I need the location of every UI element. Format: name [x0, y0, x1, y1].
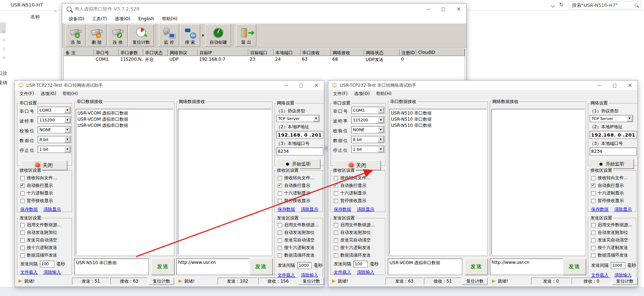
com-port-select[interactable]: COM3▼ — [38, 107, 71, 114]
clear-input-link[interactable]: 清除输入 — [357, 269, 374, 275]
checkbox-auto-newline[interactable]: ✓自动换行显示 — [331, 182, 385, 189]
checkbox-auto-newline[interactable]: ✓自动换行显示 — [588, 182, 636, 189]
network-receive-area[interactable] — [491, 109, 585, 255]
data-bits-select[interactable]: 8 bit▼ — [351, 136, 384, 143]
checkbox-send-as-hex[interactable]: ✓按十六进制发送 — [275, 244, 323, 252]
checkbox-receive-to-file[interactable]: ✓接收转向文件... — [331, 174, 385, 182]
reset-count-button[interactable]: 复位计数 — [149, 278, 174, 285]
local-ip-field[interactable]: 192.168. 0 .201 — [590, 131, 637, 139]
checkbox-send-as-hex[interactable]: ✓按十六进制发送 — [588, 244, 636, 252]
checkbox-hex-display[interactable]: ✓十六进制显示 — [275, 189, 323, 197]
column-header[interactable]: 目标端口 — [248, 49, 274, 56]
minimize-button[interactable]: — — [421, 4, 436, 14]
checkbox-send-as-hex[interactable]: ✓按十六进制发送 — [331, 244, 385, 252]
menu-tools[interactable]: 工具(T) — [89, 15, 110, 23]
table-row[interactable]: COM1 115200,N,8,1 开启 UDP 192.168.0.7 23 … — [64, 56, 465, 63]
close-button[interactable]: × — [451, 4, 466, 14]
name-column-header[interactable]: 名称 — [30, 14, 40, 20]
checkbox-clear-after-send[interactable]: ✓发送完自动清空 — [588, 236, 636, 244]
column-header[interactable]: 网络协议 — [168, 49, 198, 56]
checkbox-auto-send-checksum[interactable]: ✓自动发送附加位 — [588, 229, 636, 236]
checkbox-pause-receive[interactable]: ✓暂停接收显示 — [17, 197, 72, 205]
local-port-field[interactable]: 8234 — [276, 147, 323, 155]
parity-select[interactable]: NONE▼ — [351, 126, 384, 133]
pin-icon[interactable]: ◇ — [2, 46, 5, 51]
column-header[interactable]: 网络接收 — [331, 49, 364, 56]
checkbox-pause-receive[interactable]: ✓暂停接收显示 — [588, 197, 636, 205]
chevron-down-icon[interactable] — [551, 3, 555, 7]
close-button[interactable]: × — [622, 81, 637, 90]
protocol-select[interactable]: TCP Server▼ — [276, 115, 320, 122]
pin-icon[interactable]: ◇ — [2, 38, 5, 42]
checkbox-receive-to-file[interactable]: ✓接收转向文件... — [588, 174, 636, 182]
network-send-input[interactable]: http://www.usr.cn — [176, 258, 251, 275]
maximize-button[interactable]: □ — [436, 4, 451, 14]
checkbox-pause-receive[interactable]: ✓暂停接收显示 — [275, 197, 323, 205]
checkbox-clear-after-send[interactable]: ✓发送完自动清空 — [17, 236, 72, 244]
com-port-select[interactable]: COM1▼ — [351, 107, 384, 114]
search-dropdown-icon[interactable]: ▼ — [201, 24, 205, 47]
load-file-link[interactable]: 文件载入 — [20, 269, 38, 275]
menu-file[interactable]: 文件(F) — [17, 90, 37, 98]
local-ip-field[interactable]: 192.168. 0 .201 — [276, 131, 323, 139]
clear-display-link[interactable]: 清除显示 — [357, 206, 374, 213]
serial-receive-area[interactable]: USR-N510 串口数据 USR-N510 串口数据 USR-N510 串口数… — [389, 109, 487, 255]
network-receive-area[interactable] — [178, 109, 271, 255]
checkbox-clear-after-send[interactable]: ✓发送完自动清空 — [275, 236, 323, 244]
protocol-select[interactable]: TCP Server▼ — [590, 115, 633, 122]
menu-options[interactable]: 选项(O) — [352, 90, 372, 98]
menu-english[interactable]: English — [135, 16, 157, 22]
toolbar-connect-button[interactable]: 连 接 — [108, 24, 128, 47]
checkbox-auto-send-checksum[interactable]: ✓自动发送附加位 — [17, 229, 72, 236]
checkbox-auto-newline[interactable]: ✓自动换行显示 — [275, 182, 323, 189]
toolbar-reset-count-button[interactable]: 复位计数 — [129, 24, 154, 47]
pin-icon[interactable]: ◇ — [2, 29, 5, 34]
menu-device[interactable]: 设备(D) — [66, 15, 87, 23]
column-header[interactable]: CloudID — [416, 49, 465, 56]
send-interval-field[interactable]: 1000 — [611, 262, 625, 269]
checkbox-receive-to-file[interactable]: ✓接收转向文件... — [275, 174, 323, 182]
checkbox-auto-send-checksum[interactable]: ✓自动发送附加位 — [275, 229, 323, 236]
save-data-link[interactable]: 保存数据 — [20, 206, 38, 213]
checkbox-file-data-source[interactable]: ✓启用文件数据源... — [331, 221, 385, 229]
network-send-button[interactable]: 发送 — [249, 258, 273, 275]
reset-count-button[interactable]: 复位计数 — [612, 278, 637, 285]
serial-send-input[interactable]: USR-N510 串口数据 — [74, 258, 149, 275]
load-file-link[interactable]: 文件载入 — [334, 269, 351, 275]
minimize-button[interactable]: — — [592, 81, 607, 90]
reset-count-button[interactable]: 复位计数 — [299, 278, 324, 285]
explorer-tab-title[interactable]: USR-N510-H7 — [11, 2, 43, 8]
checkbox-file-data-source[interactable]: ✓启用文件数据源... — [17, 221, 72, 229]
checkbox-pause-receive[interactable]: ✓暂停接收显示 — [331, 197, 385, 205]
checkbox-hex-display[interactable]: ✓十六进制显示 — [17, 189, 72, 197]
network-send-button[interactable]: 发送 — [563, 258, 586, 275]
clear-display-link[interactable]: 清除显示 — [301, 206, 318, 213]
baud-rate-select[interactable]: 115200▼ — [351, 116, 384, 124]
column-header[interactable]: 备 注 — [64, 49, 94, 56]
serial-send-button[interactable]: 发送 — [151, 258, 174, 275]
close-button[interactable]: × — [309, 81, 324, 90]
reset-count-button[interactable]: 复位计数 — [462, 278, 488, 285]
checkbox-loop-send[interactable]: ✓数据流循环发送 — [331, 252, 385, 259]
checkbox-receive-to-file[interactable]: ✓接收转向文件... — [17, 174, 72, 182]
data-bits-select[interactable]: 8 bit▼ — [38, 136, 71, 143]
baud-rate-select[interactable]: 115200▼ — [38, 116, 71, 124]
menu-options[interactable]: 选项(O) — [112, 15, 133, 23]
checkbox-loop-send[interactable]: ✓数据流循环发送 — [588, 252, 636, 259]
column-header[interactable]: 串口号 — [94, 49, 119, 56]
checkbox-hex-display[interactable]: ✓十六进制显示 — [588, 189, 636, 197]
minimize-button[interactable]: — — [278, 81, 294, 90]
checkbox-loop-send[interactable]: ✓数据流循环发送 — [17, 252, 72, 259]
send-interval-field[interactable]: 100 — [40, 261, 54, 267]
serial-send-button[interactable]: 发送 — [465, 258, 488, 275]
menu-help[interactable]: 帮助(H) — [374, 90, 394, 98]
toolbar-delete-button[interactable]: − 删 除 — [87, 24, 107, 47]
checkbox-loop-send[interactable]: ✓数据流循环发送 — [275, 252, 323, 259]
toolbar-add-button[interactable]: + 添 加 — [66, 24, 86, 47]
column-header[interactable]: 串口参数 — [119, 49, 143, 56]
menu-help[interactable]: 帮助(H) — [60, 90, 80, 98]
toolbar-monitor-button[interactable]: 监 控 — [159, 24, 179, 47]
send-interval-field[interactable]: 1000 — [297, 262, 312, 269]
checkbox-auto-send-checksum[interactable]: ✓自动发送附加位 — [331, 229, 385, 236]
toolbar-search-button[interactable]: 搜 索 — [180, 24, 200, 47]
